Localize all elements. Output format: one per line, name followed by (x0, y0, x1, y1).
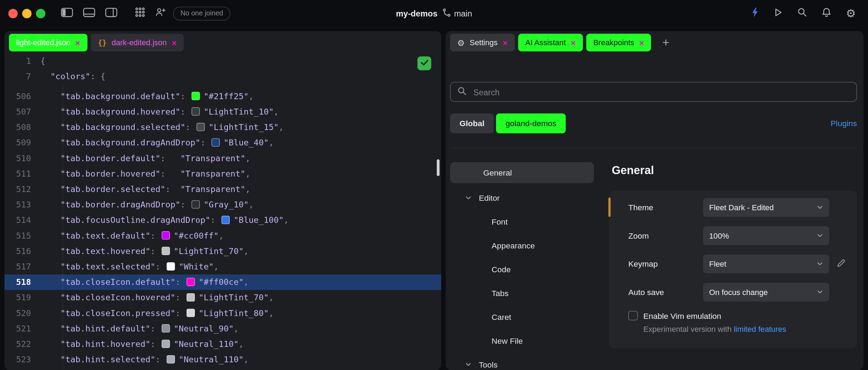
code-line-text[interactable]: "tab.background.hovered": "LightTint_10"… (40, 104, 279, 119)
color-swatch[interactable] (211, 138, 220, 147)
dropdown-auto-save[interactable]: On focus change (703, 283, 829, 302)
code-line-text[interactable]: "tab.text.selected": "White", (40, 259, 219, 274)
code-line-text[interactable]: "tab.text.default": "#cc00ff", (40, 228, 224, 244)
code-line[interactable]: 7 "colors": { (5, 69, 441, 84)
code-line[interactable]: 519 "tab.closeIcon.hovered": "LightTint_… (5, 290, 441, 305)
code-line[interactable]: 1{ (5, 53, 441, 69)
color-swatch[interactable] (167, 355, 175, 364)
code-line-text[interactable]: "tab.hint.selected": "Neutral_110", (40, 352, 249, 367)
invite-collaborator-button[interactable] (155, 7, 165, 20)
code-line-text[interactable]: "tab.background.default": "#21ff25", (40, 89, 253, 104)
code-line-text[interactable]: "tab.closeIcon.default": "#ff00ce", (40, 274, 249, 290)
plugins-link[interactable]: Plugins (830, 119, 857, 128)
sidebar-item-new-file[interactable]: New File (450, 329, 594, 352)
line-number[interactable]: 521 (5, 321, 41, 336)
code-line-text[interactable]: "tab.border.default": "Transparent", (40, 151, 250, 166)
line-number[interactable]: 523 (5, 352, 41, 367)
workspaces-button[interactable] (135, 7, 145, 20)
color-swatch[interactable] (191, 92, 200, 100)
notifications-button[interactable] (821, 7, 831, 20)
scope-global-button[interactable]: Global (450, 114, 494, 133)
editor-tab-light-edited[interactable]: light-edited.json × (9, 34, 87, 52)
sidebar-item-tabs[interactable]: Tabs (450, 281, 594, 305)
tab-breakpoints[interactable]: Breakpoints × (586, 34, 651, 52)
color-swatch[interactable] (191, 107, 200, 116)
code-line-text[interactable]: "tab.text.hovered": "LightTint_70", (40, 244, 249, 259)
dropdown-keymap[interactable]: Fleet (703, 254, 829, 273)
code-line[interactable]: 511 "tab.border.hovered": "Transparent", (5, 166, 441, 181)
line-number[interactable]: 511 (5, 166, 41, 181)
code-line-text[interactable]: "tab.border.hovered": "Transparent", (40, 166, 250, 181)
settings-button[interactable]: ⚙ (846, 8, 856, 19)
close-window-button[interactable] (8, 8, 18, 18)
line-number[interactable]: 513 (5, 197, 41, 212)
line-number[interactable]: 518 (5, 274, 41, 290)
color-swatch[interactable] (187, 309, 195, 317)
line-number[interactable]: 515 (5, 228, 41, 244)
toggle-left-panel-button[interactable] (61, 7, 73, 19)
zoom-window-button[interactable] (36, 8, 46, 18)
code-line[interactable]: 516 "tab.text.hovered": "LightTint_70", (5, 244, 441, 259)
color-swatch[interactable] (197, 123, 205, 131)
run-button[interactable] (773, 7, 783, 19)
close-icon[interactable]: × (172, 38, 177, 47)
code-line[interactable]: 518 "tab.closeIcon.default": "#ff00ce", (5, 274, 441, 290)
code-line[interactable]: 514 "tab.focusOutline.dragAndDrop": "Blu… (5, 212, 441, 228)
code-line[interactable]: 515 "tab.text.default": "#cc00ff", (5, 228, 441, 244)
line-number[interactable]: 516 (5, 244, 41, 259)
code-line-text[interactable]: "tab.background.selected": "LightTint_15… (40, 119, 284, 135)
git-branch[interactable]: main (442, 8, 472, 19)
code-line[interactable]: 523 "tab.hint.selected": "Neutral_110", (5, 352, 441, 367)
color-swatch[interactable] (222, 216, 230, 224)
ai-actions-button[interactable] (750, 7, 759, 20)
code-line-text[interactable]: "tab.background.dragAndDrop": "Blue_40", (40, 135, 273, 150)
code-line[interactable]: 507 "tab.background.hovered": "LightTint… (5, 104, 441, 119)
sidebar-item-font[interactable]: Font (450, 210, 594, 233)
sidebar-item-caret[interactable]: Caret (450, 305, 594, 329)
line-number[interactable]: 7 (5, 69, 41, 84)
color-swatch[interactable] (167, 262, 175, 270)
color-swatch[interactable] (162, 247, 170, 255)
code-line[interactable]: 509 "tab.background.dragAndDrop": "Blue_… (5, 135, 441, 150)
code-line-text[interactable]: "tab.focusOutline.dragAndDrop": "Blue_10… (40, 212, 289, 228)
toggle-right-panel-button[interactable] (105, 7, 117, 19)
code-line-text[interactable]: "tab.hint.default": "Neutral_90", (40, 321, 239, 336)
limited-features-link[interactable]: limited features (734, 325, 786, 334)
code-line-text[interactable]: { (40, 53, 45, 69)
line-number[interactable]: 522 (5, 336, 41, 352)
color-swatch[interactable] (162, 324, 170, 333)
sidebar-item-code[interactable]: Code (450, 257, 594, 281)
scrollbar-thumb[interactable] (437, 159, 440, 176)
code-line-text[interactable]: "tab.hint.hovered": "Neutral_110", (40, 336, 244, 352)
toggle-bottom-panel-button[interactable] (83, 7, 95, 19)
edit-keymap-button[interactable] (836, 258, 846, 270)
new-tab-button[interactable]: + (658, 34, 674, 52)
code-line[interactable]: 506 "tab.background.default": "#21ff25", (5, 89, 441, 104)
color-swatch[interactable] (187, 278, 195, 286)
code-line[interactable]: 520 "tab.closeIcon.pressed": "LightTint_… (5, 306, 441, 321)
sidebar-item-appearance[interactable]: Appearance (450, 233, 594, 257)
line-number[interactable]: 509 (5, 135, 41, 150)
color-swatch[interactable] (162, 231, 170, 240)
close-icon[interactable]: × (639, 38, 644, 47)
tab-settings[interactable]: ⚙ Settings × (450, 34, 515, 52)
code-line[interactable]: 510 "tab.border.default": "Transparent", (5, 151, 441, 166)
dropdown-theme[interactable]: Fleet Dark - Edited (703, 198, 829, 217)
tab-ai-assistant[interactable]: AI Assistant × (518, 34, 583, 52)
scope-project-button[interactable]: goland-demos (496, 114, 566, 133)
code-line[interactable]: 512 "tab.border.selected": "Transparent"… (5, 181, 441, 197)
search-everywhere-button[interactable] (797, 7, 807, 20)
line-number[interactable]: 519 (5, 290, 41, 305)
close-icon[interactable]: × (503, 38, 508, 47)
code-line[interactable]: 517 "tab.text.selected": "White", (5, 259, 441, 274)
close-icon[interactable]: × (75, 38, 80, 47)
line-number[interactable]: 507 (5, 104, 41, 119)
sidebar-item-tools[interactable]: Tools (450, 352, 594, 370)
editor-tab-dark-edited[interactable]: {} dark-edited.json × (91, 34, 184, 52)
code-line[interactable]: 513 "tab.border.dragAndDrop": "Gray_10", (5, 197, 441, 212)
code-line-text[interactable]: "tab.border.selected": "Transparent", (40, 181, 250, 197)
line-number[interactable]: 510 (5, 151, 41, 166)
color-swatch[interactable] (191, 200, 200, 209)
color-swatch[interactable] (187, 293, 195, 302)
close-icon[interactable]: × (571, 38, 576, 47)
